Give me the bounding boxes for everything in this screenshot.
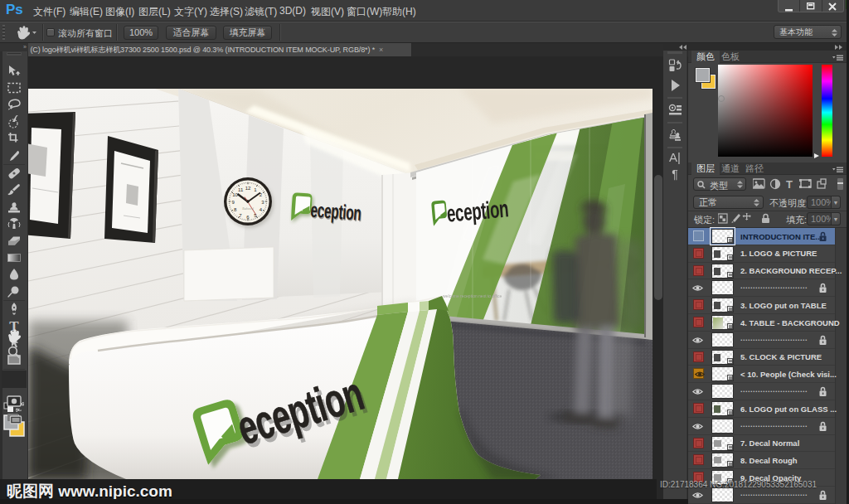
svg-text:welcome reception next to of: welcome reception next to office xyxy=(443,293,502,298)
svg-text:12: 12 xyxy=(245,186,251,191)
svg-text:Redwood: Redwood xyxy=(241,207,254,211)
svg-text:eception: eception xyxy=(446,195,510,226)
svg-text:11: 11 xyxy=(238,187,244,192)
svg-text:eception: eception xyxy=(310,198,362,225)
svg-text:¶: ¶ xyxy=(672,167,678,181)
svg-text:T: T xyxy=(786,178,793,190)
svg-text:A|: A| xyxy=(669,150,681,164)
